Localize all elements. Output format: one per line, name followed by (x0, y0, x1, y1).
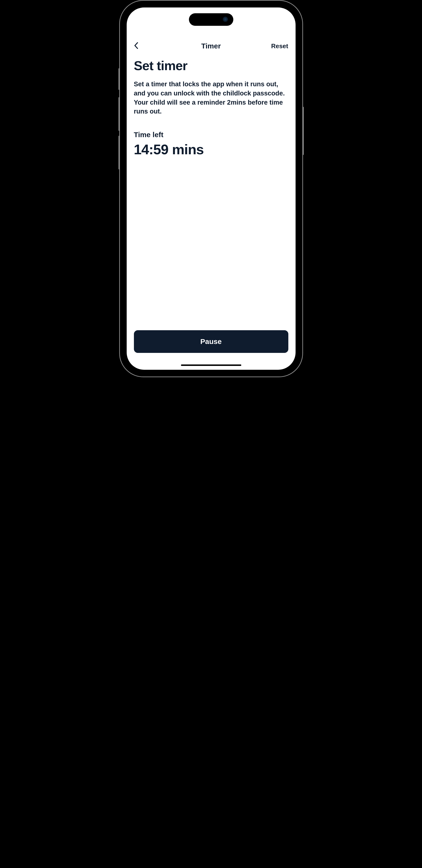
app-content: Timer Reset Set timer Set a timer that l… (127, 7, 296, 370)
volume-up-button (118, 97, 120, 131)
time-left-value: 14:59 mins (134, 141, 288, 157)
page-title: Set timer (134, 58, 288, 73)
screen: Timer Reset Set timer Set a timer that l… (127, 7, 296, 370)
phone-frame: Timer Reset Set timer Set a timer that l… (119, 0, 303, 377)
nav-bar: Timer Reset (134, 39, 288, 53)
dynamic-island (189, 13, 233, 26)
home-indicator[interactable] (181, 365, 241, 366)
reset-button[interactable]: Reset (271, 42, 288, 50)
pause-button[interactable]: Pause (134, 330, 288, 353)
volume-switch (118, 68, 120, 90)
nav-title: Timer (201, 42, 221, 50)
volume-down-button (118, 136, 120, 169)
page-description: Set a timer that locks the app when it r… (134, 80, 288, 116)
spacer (134, 157, 288, 330)
time-left-label: Time left (134, 131, 288, 139)
back-button[interactable] (134, 41, 144, 51)
phone-inner-border: Timer Reset Set timer Set a timer that l… (127, 7, 296, 370)
power-button (302, 107, 304, 155)
chevron-left-icon (134, 42, 138, 51)
